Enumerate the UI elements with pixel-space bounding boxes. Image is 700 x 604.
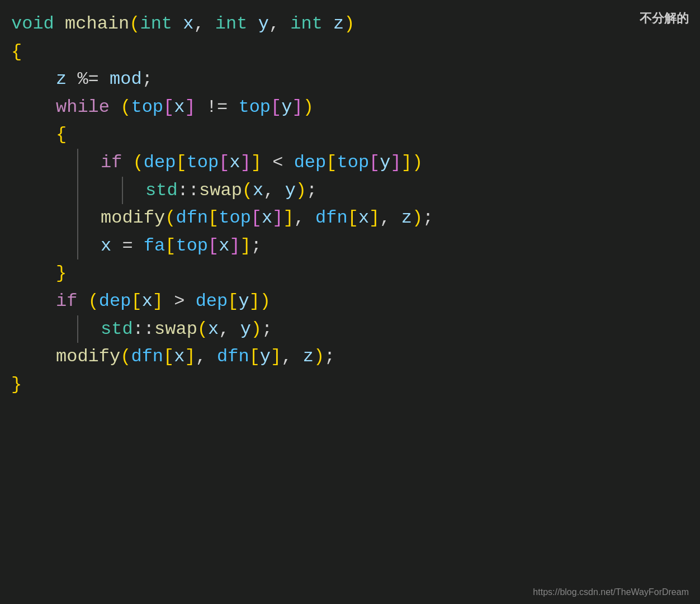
bracket-dep-open2: [ — [326, 149, 337, 177]
var-top-1: top — [131, 93, 163, 121]
code-line-8: modify(dfn[top[x]], dfn[x], z); — [11, 204, 689, 232]
var-dep-1: dep — [144, 149, 176, 177]
paren-close-while: ) — [303, 93, 314, 121]
scope-op-2: :: — [133, 315, 154, 343]
vbar-if1 — [122, 177, 123, 205]
paren-modify2-open: ( — [120, 343, 131, 371]
bracket-tx-1: [ — [219, 149, 229, 177]
code-line-9: x = fa[top[x]]; — [11, 232, 689, 260]
code-line-5: { — [11, 121, 689, 149]
var-top-3: top — [187, 149, 219, 177]
func-modify-1: modify — [101, 204, 165, 232]
var-z-1: z — [401, 204, 412, 232]
code-line-12: std::swap(x, y); — [11, 315, 689, 343]
brace-open-while: { — [56, 121, 67, 149]
comma-m2: , — [380, 204, 401, 232]
bracket-dfn4-close: ] — [271, 343, 281, 371]
var-dfn-4: dfn — [217, 343, 249, 371]
bracket-dfn3-open: [ — [163, 343, 174, 371]
brace-open-outer: { — [11, 38, 22, 66]
var-x-1: x — [174, 93, 185, 121]
brace-close-outer: } — [11, 371, 22, 399]
var-y-2: y — [380, 149, 390, 177]
op-lt: < — [262, 149, 294, 177]
paren-swap2-open: ( — [197, 315, 208, 343]
std-2: std — [101, 315, 133, 343]
bracket-dep3-close: ] — [153, 287, 163, 315]
func-swap-2: swap — [154, 315, 197, 343]
var-dfn-2: dfn — [315, 204, 348, 232]
var-top-5: top — [219, 204, 251, 232]
bracket-fa-close: ] — [240, 232, 251, 260]
comma-m1: , — [294, 204, 315, 232]
bracket-x-1: [ — [163, 93, 174, 121]
semi-4: ; — [251, 232, 262, 260]
bracket-dfn1-open: [ — [208, 204, 219, 232]
var-x-9: x — [208, 315, 219, 343]
vbar-if2 — [77, 315, 78, 343]
while-body: if (dep[top[x]] < dep[top[y]]) std::swap… — [11, 149, 689, 259]
code-line-1: void mchain(int x, int y, int z) — [11, 10, 689, 38]
paren-close-1: ) — [344, 10, 354, 38]
bracket-fa-open: [ — [165, 232, 176, 260]
var-dfn-1: dfn — [176, 204, 208, 232]
var-top-6: top — [176, 232, 208, 260]
brace-close-while: } — [56, 259, 67, 287]
watermark-top: 不分解的 — [640, 10, 689, 27]
bracket-dep4-close: ] — [249, 287, 260, 315]
paren-close-if1: ) — [412, 149, 423, 177]
bracket-top5-open: [ — [251, 204, 262, 232]
bracket-dfn2-open: [ — [348, 204, 358, 232]
paren-swap-open1: ( — [242, 177, 253, 205]
paren-modify1-close: ) — [412, 204, 423, 232]
bracket-tx-1-close: ] — [240, 149, 251, 177]
op-neq: != — [196, 93, 239, 121]
var-x-2: x — [229, 149, 240, 177]
bracket-dep-close2: ] — [401, 149, 412, 177]
code-line-11: if (dep[x] > dep[y]) — [11, 287, 689, 315]
std-1: std — [145, 177, 178, 205]
func-modify-2: modify — [56, 343, 120, 371]
code-line-10: } — [11, 259, 689, 287]
func-swap-1: swap — [199, 177, 242, 205]
bracket-top6-open: [ — [208, 232, 219, 260]
comma-swap-2: , — [219, 315, 240, 343]
param-y: y — [258, 10, 269, 38]
comma-1: , — [193, 10, 215, 38]
var-z: z — [56, 65, 77, 93]
op-gt: > — [163, 287, 196, 315]
bracket-dfn4-open: [ — [249, 343, 260, 371]
paren-if2-open: ( — [88, 287, 99, 315]
var-y-5: y — [240, 315, 251, 343]
var-x-8: x — [142, 287, 153, 315]
code-line-7: std::swap(x, y); — [11, 177, 689, 205]
code-block: void mchain(int x, int y, int z) { z %= … — [0, 6, 700, 403]
var-y-3: y — [285, 177, 296, 205]
keyword-while: while — [56, 93, 120, 121]
semi-5: ; — [262, 315, 272, 343]
param-x: x — [183, 10, 193, 38]
func-mchain: mchain — [65, 10, 129, 38]
keyword-if-2: if — [56, 287, 88, 315]
keyword-if-1: if — [101, 149, 133, 177]
scope-op-1: :: — [178, 177, 199, 205]
code-line-4: while (top[x] != top[y]) — [11, 93, 689, 121]
type-int-1: int — [140, 10, 183, 38]
code-line-2: { — [11, 38, 689, 66]
var-x-7: x — [219, 232, 229, 260]
bracket-y-1: [ — [271, 93, 281, 121]
paren-modify2-close: ) — [314, 343, 324, 371]
var-x-10: x — [174, 343, 185, 371]
code-line-3: z %= mod; — [11, 65, 689, 93]
comma-m3: , — [196, 343, 217, 371]
bracket-dfn3-close: ] — [185, 343, 195, 371]
param-z: z — [333, 10, 344, 38]
var-dep-4: dep — [196, 287, 228, 315]
var-x-3: x — [253, 177, 263, 205]
var-top-4: top — [337, 149, 369, 177]
bracket-dfn1-close: ] — [283, 204, 294, 232]
bracket-y-1-close: ] — [292, 93, 302, 121]
if-body-1: std::swap(x, y); — [11, 177, 689, 205]
var-y-6: y — [260, 343, 271, 371]
bracket-dep-open1: [ — [176, 149, 186, 177]
